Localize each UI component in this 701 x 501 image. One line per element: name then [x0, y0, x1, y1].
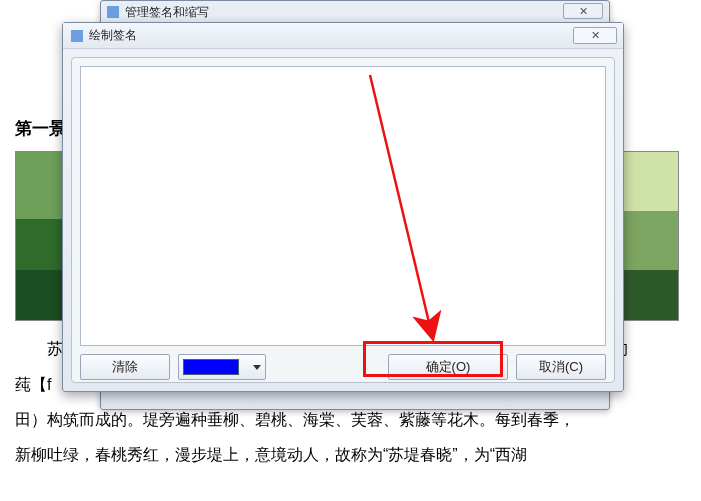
cancel-button[interactable]: 取消(C): [516, 354, 606, 380]
doc-paragraph-4: 新柳吐绿，春桃秀红，漫步堤上，意境动人，故称为“苏堤春晓”，为“西湖: [15, 437, 686, 472]
app-icon: [107, 6, 119, 18]
dialog-titlebar[interactable]: 绘制签名 ✕: [63, 23, 623, 49]
button-label: 清除: [112, 358, 138, 376]
close-icon: ✕: [591, 29, 600, 41]
doc-text: 苏: [47, 340, 63, 357]
color-picker[interactable]: [178, 354, 266, 380]
clear-button[interactable]: 清除: [80, 354, 170, 380]
ok-button[interactable]: 确定(O): [388, 354, 508, 380]
close-button[interactable]: ✕: [573, 27, 617, 44]
dialog-title: 绘制签名: [89, 27, 137, 44]
dialog-title: 管理签名和缩写: [125, 4, 209, 21]
button-label: 确定(O): [426, 358, 471, 376]
dialog-body: 清除 确定(O) 取消(C): [71, 57, 615, 383]
dialog-titlebar[interactable]: 管理签名和缩写: [101, 1, 609, 23]
signature-canvas[interactable]: [80, 66, 606, 346]
draw-signature-dialog: 绘制签名 ✕ 清除 确定(O) 取消(C): [62, 22, 624, 392]
close-icon: ✕: [579, 5, 588, 17]
button-label: 取消(C): [539, 358, 583, 376]
color-swatch: [183, 359, 239, 375]
close-button[interactable]: ✕: [563, 3, 603, 19]
app-icon: [71, 30, 83, 42]
doc-text: 莼【f: [15, 376, 51, 393]
button-row: 清除 确定(O) 取消(C): [80, 354, 606, 380]
chevron-down-icon: [253, 365, 261, 370]
